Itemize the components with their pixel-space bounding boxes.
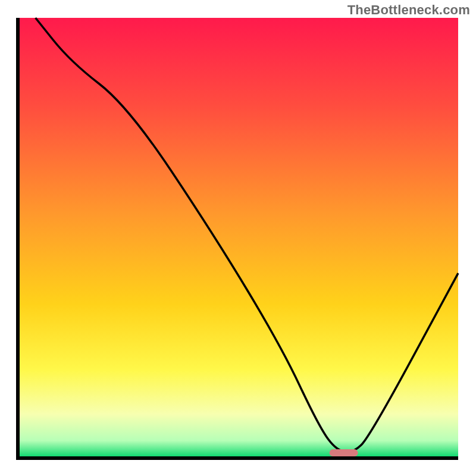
chart-container: TheBottleneck.com	[0, 0, 476, 476]
watermark-text: TheBottleneck.com	[347, 2, 470, 18]
optimal-point-marker	[330, 449, 358, 456]
bottleneck-chart	[0, 0, 476, 476]
plot-background	[18, 18, 458, 458]
